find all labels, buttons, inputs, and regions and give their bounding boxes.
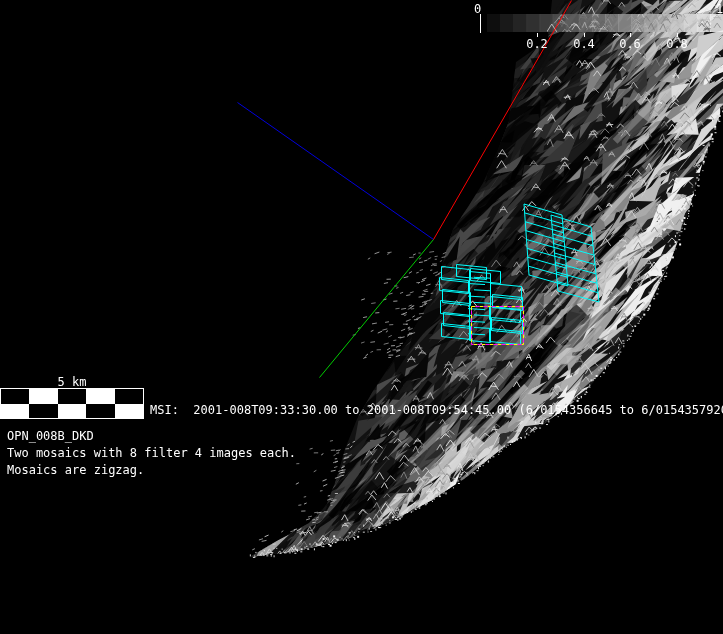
colorbar-max-label: 1	[716, 2, 723, 16]
checker-cell	[58, 389, 86, 404]
checker-cell	[115, 404, 143, 419]
checker-cell	[29, 389, 57, 404]
scale-bar-label: 5 km	[0, 375, 144, 389]
sequence-description-line2: Mosaics are zigzag.	[7, 462, 144, 479]
observation-time-range: MSI: 2001-008T09:33:30.00 to 2001-008T09…	[150, 402, 723, 419]
checker-cell	[86, 389, 114, 404]
checker-cell	[1, 389, 29, 404]
checker-cell	[1, 404, 29, 419]
msi-mosaic-planning-viewport[interactable]: 0 1 0.2 0.4 0.6 0.8 5 km MSI: 2001-008T0…	[0, 0, 723, 634]
asteroid-3d-render[interactable]	[0, 0, 723, 634]
sequence-description-line1: Two mosaics with 8 filter 4 images each.	[7, 445, 296, 462]
colorbar-tick-label: 0.6	[613, 37, 647, 51]
checker-cell	[115, 389, 143, 404]
colorbar-tick-label: 0.4	[567, 37, 601, 51]
colorbar-tick-label: 0.8	[660, 37, 694, 51]
colorbar-min-label: 0	[474, 2, 481, 16]
checker-cell	[58, 404, 86, 419]
scale-bar-checker	[0, 388, 144, 419]
checker-cell	[86, 404, 114, 419]
sequence-name: OPN_008B_DKD	[7, 428, 94, 445]
checker-cell	[29, 404, 57, 419]
colorbar-tick-label: 0.2	[520, 37, 554, 51]
